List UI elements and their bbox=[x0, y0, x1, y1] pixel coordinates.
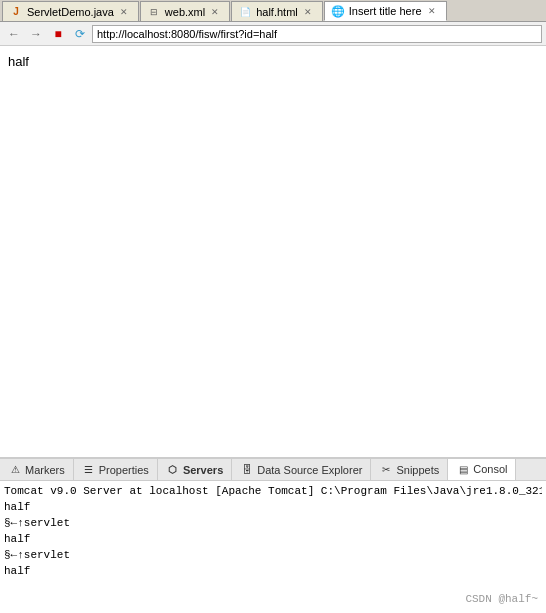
console-line: §←↑servlet bbox=[4, 515, 542, 531]
console-output-area: Tomcat v9.0 Server at localhost [Apache … bbox=[0, 481, 546, 613]
console-line: §←↑servlet bbox=[4, 547, 542, 563]
tab-properties-label: Properties bbox=[99, 464, 149, 476]
tab-snippets[interactable]: ✂ Snippets bbox=[371, 459, 448, 481]
tab-servers[interactable]: ⬡ Servers bbox=[158, 459, 232, 481]
tab-datasource[interactable]: 🗄 Data Source Explorer bbox=[232, 459, 371, 481]
address-bar[interactable] bbox=[92, 25, 542, 43]
xml-file-icon: ⊟ bbox=[147, 5, 161, 19]
markers-icon: ⚠ bbox=[8, 463, 22, 477]
properties-icon: ☰ bbox=[82, 463, 96, 477]
tab-half[interactable]: 📄 half.html ✕ bbox=[231, 1, 323, 21]
back-button[interactable]: ← bbox=[4, 25, 24, 43]
tab-console-label: Consol bbox=[473, 463, 507, 475]
browser-toolbar: ← → ■ ⟳ bbox=[0, 22, 546, 46]
tab-label: ServletDemo.java bbox=[27, 6, 114, 18]
console-icon: ▤ bbox=[456, 462, 470, 476]
tab-label: Insert title here bbox=[349, 5, 422, 17]
refresh-button[interactable]: ⟳ bbox=[70, 25, 90, 43]
tab-markers[interactable]: ⚠ Markers bbox=[0, 459, 74, 481]
bottom-panel: ⚠ Markers ☰ Properties ⬡ Servers 🗄 Data … bbox=[0, 458, 546, 613]
stop-button[interactable]: ■ bbox=[48, 25, 68, 43]
tab-servlet[interactable]: J ServletDemo.java ✕ bbox=[2, 1, 139, 21]
servers-icon: ⬡ bbox=[166, 463, 180, 477]
browser-content-area: half bbox=[0, 46, 546, 458]
tab-close-btn[interactable]: ✕ bbox=[209, 6, 221, 18]
console-line: half bbox=[4, 499, 542, 515]
tab-close-btn[interactable]: ✕ bbox=[118, 6, 130, 18]
html-file-icon: 📄 bbox=[238, 5, 252, 19]
java-file-icon: J bbox=[9, 5, 23, 19]
tab-snippets-label: Snippets bbox=[396, 464, 439, 476]
tab-web[interactable]: ⊟ web.xml ✕ bbox=[140, 1, 230, 21]
tab-servers-label: Servers bbox=[183, 464, 223, 476]
tab-browser[interactable]: 🌐 Insert title here ✕ bbox=[324, 1, 447, 21]
tab-close-btn[interactable]: ✕ bbox=[426, 5, 438, 17]
tab-label: web.xml bbox=[165, 6, 205, 18]
forward-button[interactable]: → bbox=[26, 25, 46, 43]
tab-markers-label: Markers bbox=[25, 464, 65, 476]
datasource-icon: 🗄 bbox=[240, 463, 254, 477]
browser-tab-icon: 🌐 bbox=[331, 4, 345, 18]
tab-label: half.html bbox=[256, 6, 298, 18]
console-line: Tomcat v9.0 Server at localhost [Apache … bbox=[4, 483, 542, 499]
tab-properties[interactable]: ☰ Properties bbox=[74, 459, 158, 481]
watermark: CSDN @half~ bbox=[465, 593, 538, 605]
tab-console[interactable]: ▤ Consol bbox=[448, 459, 516, 481]
console-line: half bbox=[4, 531, 542, 547]
tab-datasource-label: Data Source Explorer bbox=[257, 464, 362, 476]
snippets-icon: ✂ bbox=[379, 463, 393, 477]
console-line: half bbox=[4, 563, 542, 579]
bottom-tab-bar: ⚠ Markers ☰ Properties ⬡ Servers 🗄 Data … bbox=[0, 459, 546, 481]
tab-bar: J ServletDemo.java ✕ ⊟ web.xml ✕ 📄 half.… bbox=[0, 0, 546, 22]
page-content-text: half bbox=[8, 54, 538, 69]
tab-close-btn[interactable]: ✕ bbox=[302, 6, 314, 18]
